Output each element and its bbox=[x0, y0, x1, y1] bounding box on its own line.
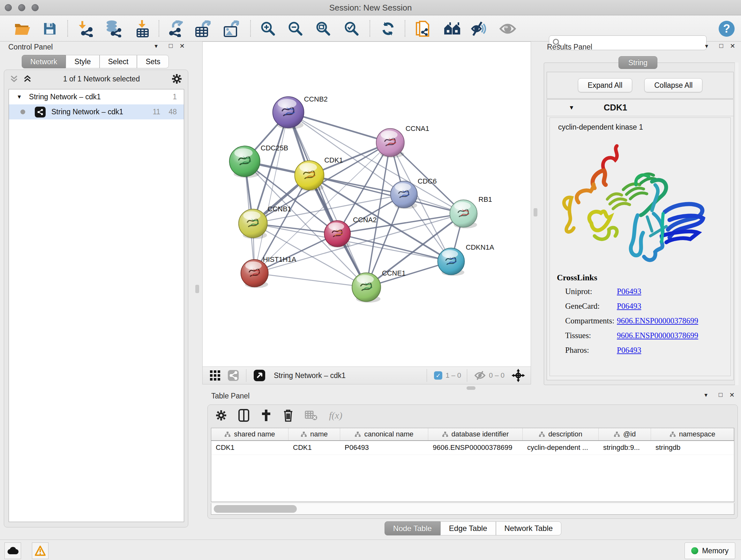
tab-network-table[interactable]: Network Table bbox=[496, 521, 562, 536]
network-node-CDKN1A[interactable] bbox=[438, 248, 465, 276]
save-session-button[interactable] bbox=[41, 19, 59, 38]
network-node-CCNB1[interactable] bbox=[239, 209, 267, 239]
panel-close-icon[interactable]: ✕ bbox=[179, 42, 185, 50]
import-table-button[interactable] bbox=[133, 19, 151, 38]
pan-crosshair-icon[interactable] bbox=[512, 369, 525, 382]
table-cell[interactable]: cyclin-dependent ... bbox=[523, 441, 599, 455]
network-options-gear-icon[interactable] bbox=[172, 73, 182, 84]
selected-checkbox-icon[interactable]: ✓ bbox=[434, 371, 442, 380]
panel-close-icon[interactable]: ✕ bbox=[730, 42, 735, 50]
network-edge-CCNB2-CCNA1[interactable] bbox=[288, 112, 390, 143]
zoom-selected-button[interactable] bbox=[342, 19, 361, 38]
column-header-description[interactable]: description bbox=[523, 428, 599, 440]
table-cell[interactable]: stringdb:9... bbox=[599, 441, 651, 455]
panel-float-icon[interactable]: □ bbox=[169, 42, 173, 50]
show-all-button[interactable] bbox=[498, 19, 517, 38]
table-cell[interactable]: CDK1 bbox=[288, 441, 340, 455]
network-node-CDK1[interactable] bbox=[294, 161, 324, 191]
right-splitter-handle[interactable] bbox=[534, 208, 537, 216]
panel-menu-icon[interactable]: ▼ bbox=[704, 44, 709, 49]
network-node-CCNA1[interactable] bbox=[376, 128, 404, 158]
table-row[interactable]: CDK1CDK1P064939606.ENSP00000378699cyclin… bbox=[211, 441, 734, 455]
collapse-all-button[interactable]: Collapse All bbox=[644, 78, 702, 92]
collection-expand-icon[interactable]: ▼ bbox=[17, 94, 22, 100]
panel-menu-icon[interactable]: ▼ bbox=[703, 392, 709, 398]
tab-style[interactable]: Style bbox=[66, 55, 99, 68]
crosslink-pharos-link[interactable]: P06493 bbox=[617, 346, 641, 355]
network-collection-row[interactable]: ▼ String Network – cdk1 1 bbox=[9, 89, 184, 105]
horizontal-splitter-handle[interactable] bbox=[467, 386, 475, 390]
memory-button[interactable]: Memory bbox=[684, 543, 735, 559]
hidden-eye-slash-icon[interactable] bbox=[474, 371, 486, 380]
tab-string[interactable]: String bbox=[618, 56, 657, 69]
network-node-CDC6[interactable] bbox=[391, 181, 417, 209]
zoom-out-button[interactable] bbox=[286, 19, 305, 38]
tab-node-table[interactable]: Node Table bbox=[385, 521, 441, 536]
show-columns-icon[interactable] bbox=[239, 409, 249, 422]
network-node-RB1[interactable] bbox=[450, 200, 477, 228]
import-network-button[interactable] bbox=[77, 19, 96, 38]
network-row-selected[interactable]: String Network – cdk1 11 48 bbox=[9, 105, 184, 119]
tab-sets[interactable]: Sets bbox=[137, 55, 169, 68]
column-header-database-identifier[interactable]: database identifier bbox=[428, 428, 523, 440]
duplicate-network-button[interactable] bbox=[413, 19, 432, 38]
crosslink-compartments-link[interactable]: 9606.ENSP00000378699 bbox=[617, 316, 698, 325]
panel-float-icon[interactable]: □ bbox=[719, 42, 723, 50]
network-edge-CCNB2-HIST1H1A[interactable] bbox=[255, 112, 288, 273]
network-node-CCNA2[interactable] bbox=[324, 221, 350, 248]
tab-edge-table[interactable]: Edge Table bbox=[441, 521, 496, 536]
panel-menu-icon[interactable]: ▼ bbox=[153, 44, 158, 49]
birds-eye-view-icon[interactable] bbox=[253, 369, 266, 381]
expand-all-button[interactable]: Expand All bbox=[578, 78, 632, 92]
network-edge-HIST1H1A-CCNE1[interactable] bbox=[255, 273, 366, 287]
panel-float-icon[interactable]: □ bbox=[719, 391, 723, 398]
left-splitter-handle[interactable] bbox=[195, 285, 199, 293]
tab-select[interactable]: Select bbox=[99, 55, 137, 68]
results-scrollbar[interactable] bbox=[735, 63, 738, 385]
collapse-all-networks-icon[interactable] bbox=[10, 75, 18, 83]
hide-selected-button[interactable] bbox=[470, 19, 488, 38]
table-settings-gear-icon[interactable] bbox=[215, 410, 227, 421]
grid-view-icon[interactable] bbox=[210, 370, 220, 381]
table-cell[interactable]: 9606.ENSP00000378699 bbox=[428, 441, 523, 455]
gene-collapse-icon[interactable]: ▼ bbox=[569, 105, 575, 111]
export-network-button[interactable] bbox=[166, 19, 185, 38]
warnings-button[interactable] bbox=[32, 543, 49, 559]
table-horizontal-scrollbar[interactable] bbox=[211, 503, 734, 515]
table-cell[interactable]: CDK1 bbox=[211, 441, 288, 455]
network-edge-CCNB2-CCNE1[interactable] bbox=[288, 112, 366, 287]
table-cell[interactable]: stringdb bbox=[651, 441, 734, 455]
cloud-button[interactable] bbox=[4, 543, 21, 559]
network-node-CCNB2[interactable] bbox=[273, 97, 304, 129]
crosslink-uniprot-link[interactable]: P06493 bbox=[617, 287, 641, 296]
crosslink-genecard-link[interactable]: P06493 bbox=[617, 302, 641, 311]
scrollbar-thumb[interactable] bbox=[214, 505, 297, 513]
network-node-HIST1H1A[interactable] bbox=[241, 260, 268, 288]
zoom-fit-button[interactable] bbox=[314, 19, 333, 38]
network-node-CCNE1[interactable] bbox=[352, 273, 381, 303]
first-neighbors-button[interactable] bbox=[443, 19, 461, 38]
table-cell[interactable]: P06493 bbox=[340, 441, 428, 455]
expand-all-networks-icon[interactable] bbox=[23, 75, 31, 83]
delete-column-icon[interactable] bbox=[283, 409, 293, 422]
column-header-shared-name[interactable]: shared name bbox=[211, 428, 288, 440]
zoom-in-button[interactable] bbox=[259, 19, 277, 38]
help-button[interactable]: ? bbox=[718, 19, 736, 38]
open-session-button[interactable] bbox=[13, 19, 31, 38]
crosslink-tissues-link[interactable]: 9606.ENSP00000378699 bbox=[617, 331, 698, 340]
add-column-icon[interactable] bbox=[261, 409, 272, 422]
refresh-button[interactable] bbox=[379, 19, 397, 38]
import-network-from-database-button[interactable] bbox=[104, 19, 122, 38]
export-image-button[interactable] bbox=[222, 19, 240, 38]
function-builder-icon[interactable]: f(x) bbox=[329, 410, 342, 421]
network-node-CDC25B[interactable] bbox=[229, 146, 260, 178]
column-header--id[interactable]: @id bbox=[599, 428, 651, 440]
column-header-canonical-name[interactable]: canonical name bbox=[340, 428, 428, 440]
network-share-icon[interactable] bbox=[227, 370, 239, 381]
network-canvas[interactable]: CCNB2CCNA1CDC25BCDK1CDC6RB1CCNB1CCNA2CDK… bbox=[202, 42, 531, 367]
export-table-button[interactable] bbox=[193, 19, 212, 38]
tab-network[interactable]: Network bbox=[22, 55, 66, 68]
column-header-namespace[interactable]: namespace bbox=[651, 428, 734, 440]
delete-table-icon[interactable] bbox=[305, 410, 318, 421]
column-header-name[interactable]: name bbox=[288, 428, 340, 440]
